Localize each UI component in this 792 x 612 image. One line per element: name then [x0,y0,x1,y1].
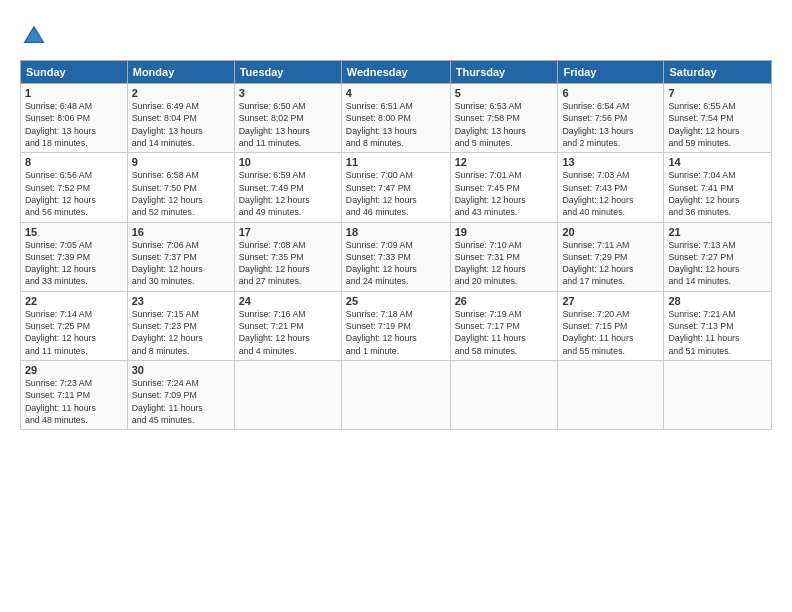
day-number: 23 [132,295,230,307]
col-header-thursday: Thursday [450,61,558,84]
day-number: 18 [346,226,446,238]
calendar-cell: 5Sunrise: 6:53 AMSunset: 7:58 PMDaylight… [450,84,558,153]
calendar-cell: 9Sunrise: 6:58 AMSunset: 7:50 PMDaylight… [127,153,234,222]
day-detail: Sunrise: 6:48 AMSunset: 8:06 PMDaylight:… [25,100,123,149]
calendar-cell: 2Sunrise: 6:49 AMSunset: 8:04 PMDaylight… [127,84,234,153]
col-header-sunday: Sunday [21,61,128,84]
calendar-cell: 10Sunrise: 6:59 AMSunset: 7:49 PMDayligh… [234,153,341,222]
calendar-cell [341,361,450,430]
day-number: 28 [668,295,767,307]
day-detail: Sunrise: 7:13 AMSunset: 7:27 PMDaylight:… [668,239,767,288]
day-detail: Sunrise: 6:54 AMSunset: 7:56 PMDaylight:… [562,100,659,149]
calendar-cell: 20Sunrise: 7:11 AMSunset: 7:29 PMDayligh… [558,222,664,291]
page-header [20,18,772,50]
calendar-cell: 17Sunrise: 7:08 AMSunset: 7:35 PMDayligh… [234,222,341,291]
day-detail: Sunrise: 6:51 AMSunset: 8:00 PMDaylight:… [346,100,446,149]
day-number: 14 [668,156,767,168]
day-detail: Sunrise: 7:03 AMSunset: 7:43 PMDaylight:… [562,169,659,218]
day-number: 5 [455,87,554,99]
calendar-header-row: SundayMondayTuesdayWednesdayThursdayFrid… [21,61,772,84]
calendar-cell: 7Sunrise: 6:55 AMSunset: 7:54 PMDaylight… [664,84,772,153]
day-detail: Sunrise: 7:19 AMSunset: 7:17 PMDaylight:… [455,308,554,357]
calendar-cell: 14Sunrise: 7:04 AMSunset: 7:41 PMDayligh… [664,153,772,222]
calendar-week-1: 1Sunrise: 6:48 AMSunset: 8:06 PMDaylight… [21,84,772,153]
calendar-cell: 27Sunrise: 7:20 AMSunset: 7:15 PMDayligh… [558,291,664,360]
calendar-cell [558,361,664,430]
calendar-cell: 29Sunrise: 7:23 AMSunset: 7:11 PMDayligh… [21,361,128,430]
calendar-cell: 3Sunrise: 6:50 AMSunset: 8:02 PMDaylight… [234,84,341,153]
day-number: 16 [132,226,230,238]
day-number: 29 [25,364,123,376]
day-number: 30 [132,364,230,376]
calendar-cell: 28Sunrise: 7:21 AMSunset: 7:13 PMDayligh… [664,291,772,360]
calendar-cell: 22Sunrise: 7:14 AMSunset: 7:25 PMDayligh… [21,291,128,360]
day-detail: Sunrise: 7:11 AMSunset: 7:29 PMDaylight:… [562,239,659,288]
calendar-cell: 15Sunrise: 7:05 AMSunset: 7:39 PMDayligh… [21,222,128,291]
day-number: 25 [346,295,446,307]
day-detail: Sunrise: 7:01 AMSunset: 7:45 PMDaylight:… [455,169,554,218]
calendar-cell: 4Sunrise: 6:51 AMSunset: 8:00 PMDaylight… [341,84,450,153]
day-number: 9 [132,156,230,168]
day-detail: Sunrise: 7:04 AMSunset: 7:41 PMDaylight:… [668,169,767,218]
day-number: 26 [455,295,554,307]
calendar-week-2: 8Sunrise: 6:56 AMSunset: 7:52 PMDaylight… [21,153,772,222]
day-detail: Sunrise: 6:55 AMSunset: 7:54 PMDaylight:… [668,100,767,149]
calendar-table: SundayMondayTuesdayWednesdayThursdayFrid… [20,60,772,430]
day-detail: Sunrise: 7:06 AMSunset: 7:37 PMDaylight:… [132,239,230,288]
day-detail: Sunrise: 7:21 AMSunset: 7:13 PMDaylight:… [668,308,767,357]
day-number: 24 [239,295,337,307]
day-detail: Sunrise: 7:08 AMSunset: 7:35 PMDaylight:… [239,239,337,288]
day-detail: Sunrise: 7:20 AMSunset: 7:15 PMDaylight:… [562,308,659,357]
day-number: 7 [668,87,767,99]
day-detail: Sunrise: 7:15 AMSunset: 7:23 PMDaylight:… [132,308,230,357]
day-detail: Sunrise: 7:24 AMSunset: 7:09 PMDaylight:… [132,377,230,426]
day-number: 27 [562,295,659,307]
calendar-cell: 26Sunrise: 7:19 AMSunset: 7:17 PMDayligh… [450,291,558,360]
col-header-tuesday: Tuesday [234,61,341,84]
col-header-friday: Friday [558,61,664,84]
day-number: 17 [239,226,337,238]
day-number: 1 [25,87,123,99]
col-header-wednesday: Wednesday [341,61,450,84]
day-detail: Sunrise: 6:53 AMSunset: 7:58 PMDaylight:… [455,100,554,149]
calendar-cell: 8Sunrise: 6:56 AMSunset: 7:52 PMDaylight… [21,153,128,222]
day-number: 11 [346,156,446,168]
calendar-week-3: 15Sunrise: 7:05 AMSunset: 7:39 PMDayligh… [21,222,772,291]
day-number: 6 [562,87,659,99]
day-number: 21 [668,226,767,238]
day-detail: Sunrise: 7:10 AMSunset: 7:31 PMDaylight:… [455,239,554,288]
day-number: 15 [25,226,123,238]
calendar-cell: 24Sunrise: 7:16 AMSunset: 7:21 PMDayligh… [234,291,341,360]
day-number: 19 [455,226,554,238]
calendar-cell: 18Sunrise: 7:09 AMSunset: 7:33 PMDayligh… [341,222,450,291]
day-number: 20 [562,226,659,238]
calendar-cell: 23Sunrise: 7:15 AMSunset: 7:23 PMDayligh… [127,291,234,360]
calendar-week-5: 29Sunrise: 7:23 AMSunset: 7:11 PMDayligh… [21,361,772,430]
day-number: 13 [562,156,659,168]
calendar-cell: 12Sunrise: 7:01 AMSunset: 7:45 PMDayligh… [450,153,558,222]
calendar-cell [234,361,341,430]
calendar-week-4: 22Sunrise: 7:14 AMSunset: 7:25 PMDayligh… [21,291,772,360]
logo-icon [20,22,48,50]
day-number: 10 [239,156,337,168]
day-detail: Sunrise: 6:56 AMSunset: 7:52 PMDaylight:… [25,169,123,218]
col-header-monday: Monday [127,61,234,84]
day-detail: Sunrise: 7:14 AMSunset: 7:25 PMDaylight:… [25,308,123,357]
calendar-cell: 30Sunrise: 7:24 AMSunset: 7:09 PMDayligh… [127,361,234,430]
calendar-cell: 16Sunrise: 7:06 AMSunset: 7:37 PMDayligh… [127,222,234,291]
col-header-saturday: Saturday [664,61,772,84]
day-number: 8 [25,156,123,168]
calendar-cell [450,361,558,430]
day-detail: Sunrise: 6:59 AMSunset: 7:49 PMDaylight:… [239,169,337,218]
day-number: 22 [25,295,123,307]
day-detail: Sunrise: 6:58 AMSunset: 7:50 PMDaylight:… [132,169,230,218]
calendar-cell: 13Sunrise: 7:03 AMSunset: 7:43 PMDayligh… [558,153,664,222]
day-detail: Sunrise: 6:50 AMSunset: 8:02 PMDaylight:… [239,100,337,149]
calendar-cell: 11Sunrise: 7:00 AMSunset: 7:47 PMDayligh… [341,153,450,222]
logo [20,22,52,50]
calendar-cell: 6Sunrise: 6:54 AMSunset: 7:56 PMDaylight… [558,84,664,153]
day-detail: Sunrise: 7:05 AMSunset: 7:39 PMDaylight:… [25,239,123,288]
day-detail: Sunrise: 7:09 AMSunset: 7:33 PMDaylight:… [346,239,446,288]
calendar-cell: 25Sunrise: 7:18 AMSunset: 7:19 PMDayligh… [341,291,450,360]
day-detail: Sunrise: 7:00 AMSunset: 7:47 PMDaylight:… [346,169,446,218]
